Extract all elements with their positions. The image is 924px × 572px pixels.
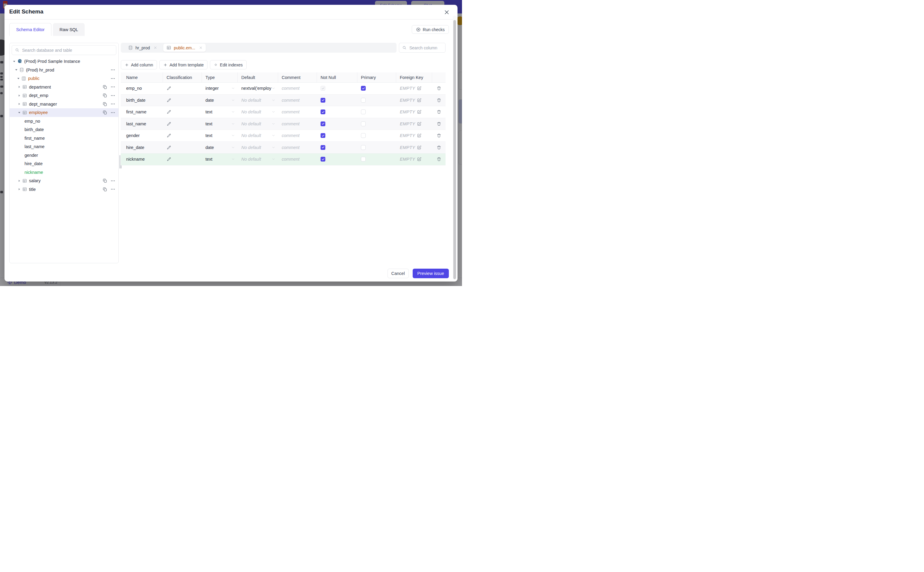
add-from-template-button[interactable]: Add from template xyxy=(160,60,208,69)
type-select[interactable]: text xyxy=(202,106,238,118)
more-actions-icon[interactable] xyxy=(110,101,115,107)
delete-column-icon[interactable] xyxy=(437,145,441,150)
primary-checkbox[interactable] xyxy=(361,86,366,91)
primary-checkbox[interactable] xyxy=(361,121,366,126)
editor-tab-public.em...[interactable]: public.em... xyxy=(163,44,206,52)
database-search-input[interactable] xyxy=(22,48,116,53)
close-tab-icon[interactable] xyxy=(199,46,203,50)
delete-column-icon[interactable] xyxy=(437,133,441,138)
default-select[interactable]: nextval('employ xyxy=(238,82,278,94)
default-select[interactable]: No default xyxy=(238,142,278,154)
type-select[interactable]: date xyxy=(202,142,238,154)
comment-input[interactable]: comment xyxy=(278,106,317,118)
modal-scrollbar-thumb[interactable] xyxy=(453,20,456,279)
tree-item-tree-column-last_name[interactable]: last_name xyxy=(9,142,118,151)
delete-column-icon[interactable] xyxy=(437,86,441,91)
editor-tab-hr_prod[interactable]: hr_prod xyxy=(125,44,160,52)
tree-item-table-dept_manager[interactable]: dept_manager xyxy=(9,100,118,109)
default-select[interactable]: No default xyxy=(238,130,278,141)
more-actions-icon[interactable] xyxy=(110,84,115,89)
tree-item-tree-column-gender[interactable]: gender xyxy=(9,151,118,160)
classification-edit-icon[interactable] xyxy=(167,157,171,162)
default-select[interactable]: No default xyxy=(238,95,278,106)
chevron-right-icon[interactable] xyxy=(17,188,21,191)
close-icon[interactable] xyxy=(443,9,450,16)
tree-item-table-employee[interactable]: employee xyxy=(9,108,118,117)
add-column-button[interactable]: Add column xyxy=(121,60,157,69)
delete-column-icon[interactable] xyxy=(437,121,441,126)
chevron-right-icon[interactable] xyxy=(17,102,21,106)
chevron-right-icon[interactable] xyxy=(17,179,21,182)
foreign-key-edit-icon[interactable] xyxy=(417,86,422,91)
chevron-down-icon[interactable] xyxy=(16,77,20,80)
tree-item-table-department[interactable]: department xyxy=(9,83,118,92)
chevron-down-icon[interactable] xyxy=(14,68,18,72)
tree-item-tree-column-emp_no[interactable]: emp_no xyxy=(9,117,118,126)
primary-checkbox[interactable] xyxy=(361,133,366,138)
type-select[interactable]: text xyxy=(202,118,238,130)
tree-item-table-dept_emp[interactable]: dept_emp xyxy=(9,91,118,100)
comment-input[interactable]: comment xyxy=(278,130,317,141)
more-actions-icon[interactable] xyxy=(110,93,115,98)
comment-input[interactable]: comment xyxy=(278,142,317,154)
cancel-button[interactable]: Cancel xyxy=(388,269,409,278)
tree-item-tree-column-hire_date[interactable]: hire_date xyxy=(9,159,118,168)
classification-edit-icon[interactable] xyxy=(167,109,171,114)
type-select[interactable]: text xyxy=(202,130,238,141)
foreign-key-edit-icon[interactable] xyxy=(417,133,422,138)
default-select[interactable]: No default xyxy=(238,106,278,118)
comment-input[interactable]: comment xyxy=(278,82,317,94)
primary-checkbox[interactable] xyxy=(361,109,366,114)
foreign-key-edit-icon[interactable] xyxy=(417,98,422,103)
tree-item-table-title[interactable]: title xyxy=(9,185,118,194)
more-actions-icon[interactable] xyxy=(110,67,115,72)
not-null-checkbox[interactable] xyxy=(321,86,326,91)
foreign-key-edit-icon[interactable] xyxy=(417,121,422,126)
chevron-right-icon[interactable] xyxy=(17,85,21,89)
tree-item-schema-public[interactable]: public xyxy=(9,74,118,83)
default-select[interactable]: No default xyxy=(238,118,278,130)
tab-raw-sql[interactable]: Raw SQL xyxy=(53,23,85,36)
chevron-down-icon[interactable] xyxy=(17,111,21,114)
column-search-input[interactable] xyxy=(409,45,445,51)
preview-issue-button[interactable]: Preview issue xyxy=(412,269,449,278)
duplicate-table-icon[interactable] xyxy=(102,85,107,89)
foreign-key-edit-icon[interactable] xyxy=(417,157,422,162)
tree-item-instance-prod-sample[interactable]: (Prod) Prod Sample Instance xyxy=(9,57,118,66)
comment-input[interactable]: comment xyxy=(278,95,317,106)
duplicate-table-icon[interactable] xyxy=(102,102,107,107)
primary-checkbox[interactable] xyxy=(361,145,366,150)
tab-schema-editor[interactable]: Schema Editor xyxy=(9,23,51,36)
classification-edit-icon[interactable] xyxy=(167,98,171,103)
foreign-key-edit-icon[interactable] xyxy=(417,145,422,150)
classification-edit-icon[interactable] xyxy=(167,133,171,138)
not-null-checkbox[interactable] xyxy=(321,133,326,138)
edit-indexes-button[interactable]: Edit indexes xyxy=(210,60,247,69)
chevron-down-icon[interactable] xyxy=(12,60,16,63)
not-null-checkbox[interactable] xyxy=(321,145,326,150)
close-tab-icon[interactable] xyxy=(153,46,157,50)
duplicate-table-icon[interactable] xyxy=(102,178,107,183)
primary-checkbox[interactable] xyxy=(361,157,366,162)
duplicate-table-icon[interactable] xyxy=(102,93,107,98)
duplicate-table-icon[interactable] xyxy=(102,110,107,115)
comment-input[interactable]: comment xyxy=(278,154,317,165)
more-actions-icon[interactable] xyxy=(110,110,115,115)
not-null-checkbox[interactable] xyxy=(321,98,326,103)
more-actions-icon[interactable] xyxy=(110,178,115,183)
default-select[interactable]: No default xyxy=(238,154,278,165)
tree-item-database-hr_prod[interactable]: (Prod) hr_prod xyxy=(9,66,118,75)
delete-column-icon[interactable] xyxy=(437,109,441,114)
tree-item-table-salary[interactable]: salary xyxy=(9,177,118,185)
delete-column-icon[interactable] xyxy=(437,157,441,162)
run-checks-button[interactable]: Run checks xyxy=(412,25,449,34)
foreign-key-edit-icon[interactable] xyxy=(417,109,422,114)
type-select[interactable]: integer xyxy=(202,82,238,94)
classification-edit-icon[interactable] xyxy=(167,145,171,150)
chevron-right-icon[interactable] xyxy=(17,94,21,97)
not-null-checkbox[interactable] xyxy=(321,121,326,126)
more-actions-icon[interactable] xyxy=(110,187,115,192)
primary-checkbox[interactable] xyxy=(361,98,366,103)
classification-edit-icon[interactable] xyxy=(167,86,171,91)
type-select[interactable]: date xyxy=(202,95,238,106)
